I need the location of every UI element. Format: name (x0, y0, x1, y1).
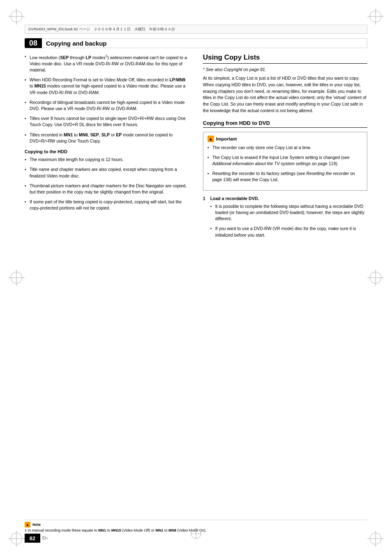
step1-section: 1 Load a recordable DVD. It is possible … (203, 196, 367, 238)
chapter-badge: 08 (25, 38, 42, 48)
reg-mark-mr (367, 269, 384, 286)
center-bottom-mark (190, 527, 202, 541)
step1-bullet-1: It is possible to complete the following… (210, 203, 367, 222)
important-heading: ▲ Important (208, 136, 363, 142)
using-copy-lists-title: Using Copy Lists (203, 53, 367, 64)
bullet-item-2: When HDD Recording Format is set to Vide… (25, 77, 189, 96)
copying-hdd-dvd-title: Copying from HDD to DVD (203, 120, 367, 128)
hdd-bullet-thumbnail: Thumbnail picture markers and chapter ma… (25, 183, 189, 195)
bullet-item-recordings: Recordings of bilingual broadcasts canno… (25, 99, 189, 112)
step1-item: 1 Load a recordable DVD. (203, 196, 367, 202)
step1-num: 1 (203, 196, 208, 202)
warning-icon: ▲ (208, 136, 214, 142)
main-bullet-list: Low resolution (SEP through LP modes1) w… (25, 53, 189, 144)
reg-mark-bl (8, 530, 25, 547)
hdd-bullet-2: Title name and chapter markers are also … (25, 166, 189, 179)
step1-bullet-list: It is possible to complete the following… (210, 203, 367, 238)
important-bullet-1: The recorder can only store one Copy Lis… (208, 145, 363, 151)
file-info: DVR640H_WPW_EN.book 82 ページ ２００６年４月１１日 火曜… (28, 27, 175, 32)
reg-mark-ml (8, 269, 25, 286)
note-icon: ▲ (25, 522, 30, 527)
important-box: ▲ Important The recorder can only store … (203, 132, 367, 191)
page-number: 82 (25, 534, 40, 543)
step1-bullet-2: If you want to use a DVD-RW (VR mode) di… (210, 226, 367, 238)
copying-hdd-heading: Copying to the HDD (25, 149, 189, 154)
see-also: * See also Copyright on page 81. (203, 67, 367, 72)
bullet-item-titles-8h: Titles over 8 hours cannot be copied to … (25, 115, 189, 128)
reg-mark-tl (8, 8, 25, 25)
reg-mark-br (367, 530, 384, 547)
reg-mark-tr (367, 8, 384, 25)
copy-list-description: At its simplest, a Copy List is just a l… (203, 75, 367, 114)
page-title: Copying and backup (46, 40, 107, 47)
right-column: Using Copy Lists * See also Copyright on… (203, 53, 367, 242)
hdd-bullet-copy-protect: If some part of the title being copied i… (25, 199, 189, 211)
important-bullet-3: Resetting the recorder to its factory se… (208, 170, 363, 183)
left-column: Low resolution (SEP through LP modes1) w… (25, 53, 189, 215)
hdd-bullet-1: The maximum title length for copying is … (25, 157, 189, 163)
important-bullet-list: The recorder can only store one Copy Lis… (208, 145, 363, 183)
bullet-item-mn1: Titles recorded in MN1 to MN6, SEP, SLP … (25, 132, 189, 144)
main-content: Low resolution (SEP through LP modes1) w… (25, 53, 367, 514)
header-bar: DVR640H_WPW_EN.book 82 ページ ２００６年４月１１日 火曜… (25, 25, 367, 34)
step1-label: Load a recordable DVD. (210, 196, 259, 202)
copying-hdd-bullet-list: The maximum title length for copying is … (25, 157, 189, 212)
bullet-item-1: Low resolution (SEP through LP modes1) w… (25, 53, 189, 73)
note-heading: Note (32, 523, 41, 527)
page-lang: En (42, 534, 47, 543)
important-bullet-2: The Copy List is erased if the Input Lin… (208, 154, 363, 167)
page-title-bar: Copying and backup (42, 38, 367, 48)
